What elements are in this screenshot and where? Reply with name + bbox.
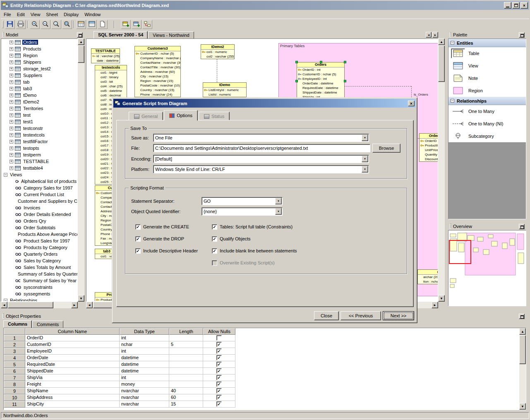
object-properties-float-button[interactable] (519, 314, 525, 319)
cell-data-type[interactable]: datetime (120, 361, 169, 368)
diagram-tab-sql-server-2000-54[interactable]: SQL Server 2000 - 54 (94, 31, 148, 38)
dropdown-arrow-icon[interactable]: ▼ (275, 198, 282, 204)
allow-nulls-checkbox[interactable]: ✓ (216, 388, 222, 394)
palette-item-one-to-many-ni[interactable]: One to Many (NI) (448, 118, 526, 130)
cell-data-type[interactable]: datetime (120, 355, 169, 361)
grid-row-shipaddress[interactable]: 10ShipAddressnvarchar60✓ (4, 394, 526, 401)
allow-nulls-checkbox[interactable]: ✓ (216, 342, 222, 347)
tree-item-alphabetical-list-of-products[interactable]: Alphabetical list of products (1, 178, 77, 185)
allow-nulls-checkbox[interactable] (216, 335, 222, 341)
tree-item-tab3[interactable]: +tab3 (1, 85, 77, 92)
tree-item-category-sales-for-1997[interactable]: Category Sales for 1997 (1, 185, 77, 191)
menu-edit[interactable]: Edit (14, 11, 28, 18)
tab-scroll-right-button[interactable]: ► (432, 32, 438, 38)
scroll-down-button[interactable]: ▼ (519, 403, 526, 410)
expand-plus-icon[interactable]: + (10, 153, 13, 157)
allow-nulls-checkbox[interactable]: ✓ (216, 362, 222, 367)
dialog-close-button[interactable]: × (408, 101, 415, 106)
model-tree-vertical-scrollbar[interactable]: ▲ ▼ (78, 38, 84, 302)
tree-item-customer-and-suppliers-by-city[interactable]: Customer and Suppliers by City (1, 198, 77, 204)
save-as-combo[interactable]: One File ▼ (153, 134, 369, 142)
grid-row-shipname[interactable]: 9ShipNamenvarchar40✓ (4, 388, 526, 394)
file-path-input[interactable]: C:\Documents and Settings\Administrator\… (153, 144, 370, 152)
expand-plus-icon[interactable]: + (10, 80, 13, 84)
tree-item-tab[interactable]: +tab (1, 79, 77, 85)
tree-item-order-details-extended[interactable]: Order Details Extended (1, 211, 77, 218)
zoom-fit-button[interactable] (62, 20, 72, 29)
scroll-thumb[interactable] (519, 335, 526, 364)
grid-row-orderid[interactable]: 1OrderIDint (4, 335, 526, 341)
cell-column-name[interactable]: ShipVia (25, 374, 120, 381)
diagram-tab-views-northwind[interactable]: Views - Northwind (148, 31, 194, 38)
next-button[interactable]: Next >> (383, 311, 414, 320)
tree-item-tdemo[interactable]: +tDemo (1, 92, 77, 98)
tree-item-test[interactable]: +test (1, 112, 77, 118)
save-button[interactable] (5, 20, 15, 29)
expand-plus-icon[interactable]: + (10, 60, 13, 64)
tree-item-shippers[interactable]: +Shippers (1, 59, 77, 65)
close-button[interactable]: Close (314, 311, 339, 320)
checkbox-include-descriptive-header[interactable]: ✓Include Descriptive Header (135, 247, 198, 254)
expand-plus-icon[interactable]: + (10, 54, 13, 58)
expand-plus-icon[interactable]: + (10, 107, 13, 110)
cell-length[interactable] (169, 368, 203, 374)
cell-length[interactable]: 5 (169, 341, 203, 348)
diagram-table-ries[interactable]: riesarchar (20)tion : nchar (3 (417, 269, 438, 284)
tree-item-products-by-category[interactable]: Products by Category (1, 244, 77, 251)
cell-data-type[interactable]: nvarchar (120, 388, 169, 394)
tree-item-sales-by-category[interactable]: Sales by Category (1, 257, 77, 264)
tree-item-summary-of-sales-by-year[interactable]: Summary of Sales by Year (1, 277, 77, 284)
tree-item-current-product-list[interactable]: Current Product List (1, 191, 77, 198)
allow-nulls-checkbox[interactable]: ✓ (216, 375, 222, 380)
tree-item-syssegments[interactable]: syssegments (1, 290, 77, 297)
new-view-button[interactable] (132, 20, 141, 29)
dropdown-arrow-icon[interactable]: ▼ (275, 208, 282, 215)
cell-length[interactable]: 40 (169, 388, 203, 394)
cell-length[interactable] (169, 361, 203, 368)
overview-panel-float-button[interactable] (519, 224, 525, 229)
expand-minus-icon[interactable]: − (4, 173, 7, 177)
object-quoted-identifier-combo[interactable]: {none} ▼ (201, 207, 283, 216)
scroll-right-button[interactable]: ► (71, 302, 78, 308)
cell-data-type[interactable]: int (120, 335, 169, 341)
dialog-tab-status[interactable]: Status (199, 112, 230, 121)
expand-plus-icon[interactable]: + (10, 120, 13, 124)
statement-separator-combo[interactable]: GO ▼ (201, 197, 283, 205)
expand-plus-icon[interactable]: + (10, 166, 13, 170)
tree-item-products-above-average-price[interactable]: Products Above Average Price (1, 231, 77, 238)
cell-column-name[interactable]: ShippedDate (25, 368, 120, 374)
expand-plus-icon[interactable]: + (10, 127, 13, 130)
tree-item-testtable[interactable]: +TESTTABLE (1, 158, 77, 165)
cell-length[interactable] (169, 355, 203, 361)
cell-length[interactable] (169, 381, 203, 388)
checkbox-generate-the-drop[interactable]: ✓Generate the DROP (135, 235, 184, 242)
diagram-table-order-detail[interactable]: Order DetailOrderID : intProductID : iUn… (419, 133, 438, 162)
tree-item-testfillfactor[interactable]: +testfillFactor (1, 138, 77, 145)
expand-plus-icon[interactable]: + (10, 140, 13, 144)
table-mode-button[interactable] (76, 20, 86, 29)
palette-section-relationships[interactable]: −Relationships (448, 97, 526, 105)
tree-item-testperm[interactable]: +testperm (1, 151, 77, 158)
zoom-out-button[interactable] (41, 20, 50, 29)
menu-file[interactable]: File (1, 11, 14, 18)
zoom-actual-button[interactable]: 1 (51, 20, 61, 29)
expand-plus-icon[interactable]: + (10, 113, 13, 117)
expand-plus-icon[interactable]: + (10, 87, 13, 91)
zoom-in-button[interactable] (30, 20, 40, 29)
cell-length[interactable]: 15 (169, 401, 203, 408)
tree-item-summary-of-sales-by-quarter[interactable]: Summary of Sales by Quarter (1, 271, 77, 277)
expand-plus-icon[interactable]: + (10, 100, 13, 104)
allow-nulls-checkbox[interactable]: ✓ (216, 401, 222, 407)
grid-row-employeeid[interactable]: 3EmployeeIDint✓ (4, 348, 526, 355)
expand-plus-icon[interactable]: + (10, 146, 13, 150)
cell-column-name[interactable]: EmployeeID (25, 348, 120, 355)
cell-data-type[interactable]: nvarchar (120, 394, 169, 401)
tree-item-suppliers[interactable]: +Suppliers (1, 72, 77, 79)
cell-length[interactable]: 60 (169, 394, 203, 401)
expand-minus-icon[interactable]: − (4, 299, 7, 302)
browse-button[interactable]: Browse (372, 144, 400, 153)
grid-row-shippeddate[interactable]: 6ShippedDatedatetime✓ (4, 368, 526, 374)
grid-row-customerid[interactable]: 2CustomerIDnchar5✓ (4, 341, 526, 348)
tree-item-product-sales-for-1997[interactable]: Product Sales for 1997 (1, 238, 77, 244)
diagram-table-customers3[interactable]: Customers3CustomerID : nchar (5)CompanyN… (134, 46, 181, 97)
